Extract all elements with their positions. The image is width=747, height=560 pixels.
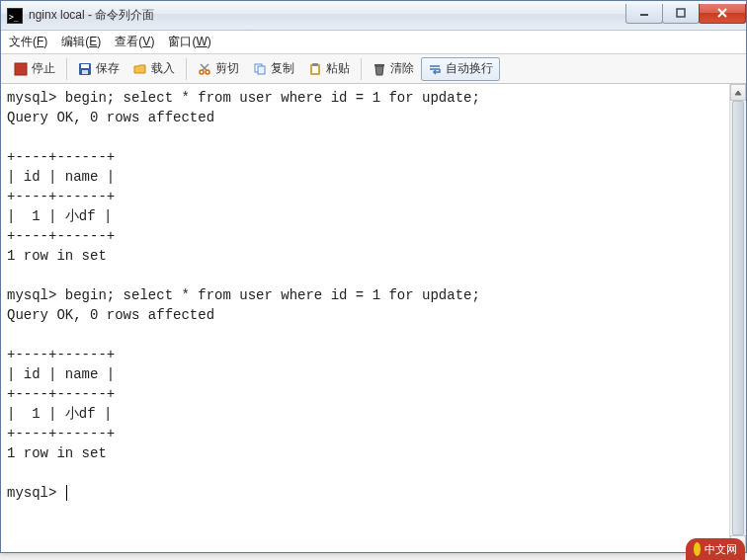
terminal-area: mysql> begin; select * from user where i…: [1, 84, 746, 552]
svg-rect-7: [82, 70, 88, 74]
copy-button[interactable]: 复制: [246, 57, 301, 81]
copy-label: 复制: [271, 60, 294, 77]
load-label: 载入: [151, 60, 175, 77]
watermark-badge: 中文网: [686, 538, 745, 560]
toolbar: 停止 保存 载入 剪切 复制: [1, 54, 746, 84]
terminal-output[interactable]: mysql> begin; select * from user where i…: [1, 84, 729, 552]
menu-bar: 文件(F) 编辑(E) 查看(V) 窗口(W): [1, 31, 746, 54]
copy-icon: [253, 62, 267, 76]
close-button[interactable]: [699, 4, 746, 24]
menu-edit[interactable]: 编辑(E): [61, 34, 101, 50]
svg-rect-15: [312, 66, 318, 73]
clear-label: 清除: [390, 60, 414, 77]
save-label: 保存: [96, 60, 120, 77]
window-title: nginx local - 命令列介面: [29, 7, 626, 24]
svg-rect-16: [312, 63, 318, 66]
paste-icon: [308, 62, 322, 76]
toolbar-separator: [186, 58, 187, 80]
app-window: nginx local - 命令列介面 文件(F) 编辑(E) 查看(V) 窗口…: [0, 0, 747, 553]
scroll-thumb[interactable]: [732, 101, 744, 535]
toolbar-separator: [66, 58, 67, 80]
stop-button[interactable]: 停止: [7, 57, 62, 81]
svg-rect-13: [258, 66, 265, 74]
cut-label: 剪切: [215, 60, 239, 77]
cut-button[interactable]: 剪切: [191, 57, 246, 81]
menu-window[interactable]: 窗口(W): [168, 34, 210, 50]
load-button[interactable]: 载入: [126, 57, 182, 81]
stop-icon: [14, 62, 28, 76]
folder-open-icon: [133, 62, 147, 76]
minimize-button[interactable]: [625, 4, 663, 24]
svg-rect-6: [81, 64, 89, 68]
wrap-icon: [428, 62, 442, 76]
text-cursor: [66, 485, 67, 501]
menu-view[interactable]: 查看(V): [115, 34, 154, 50]
paste-label: 粘贴: [326, 60, 350, 77]
vertical-scrollbar[interactable]: [729, 84, 746, 552]
trash-icon: [373, 62, 386, 76]
scroll-track[interactable]: [730, 101, 746, 535]
watermark-text: 中文网: [705, 542, 737, 557]
scissors-icon: [198, 62, 211, 76]
svg-point-9: [206, 70, 209, 74]
window-controls: [626, 4, 746, 24]
scroll-up-button[interactable]: [730, 84, 746, 101]
paste-button[interactable]: 粘贴: [301, 57, 357, 81]
menu-file[interactable]: 文件(F): [9, 34, 47, 50]
terminal-icon: [7, 8, 23, 24]
floppy-icon: [78, 62, 92, 76]
wrap-label: 自动换行: [446, 60, 493, 77]
svg-rect-17: [374, 64, 384, 66]
toolbar-separator: [361, 58, 362, 80]
save-button[interactable]: 保存: [71, 57, 126, 81]
svg-rect-1: [677, 9, 685, 17]
maximize-button[interactable]: [662, 4, 700, 24]
stop-label: 停止: [32, 60, 55, 77]
svg-point-8: [200, 70, 204, 74]
title-bar[interactable]: nginx local - 命令列介面: [1, 1, 746, 31]
svg-rect-4: [15, 63, 27, 75]
wrap-button[interactable]: 自动换行: [421, 57, 500, 81]
clear-button[interactable]: 清除: [366, 57, 421, 81]
